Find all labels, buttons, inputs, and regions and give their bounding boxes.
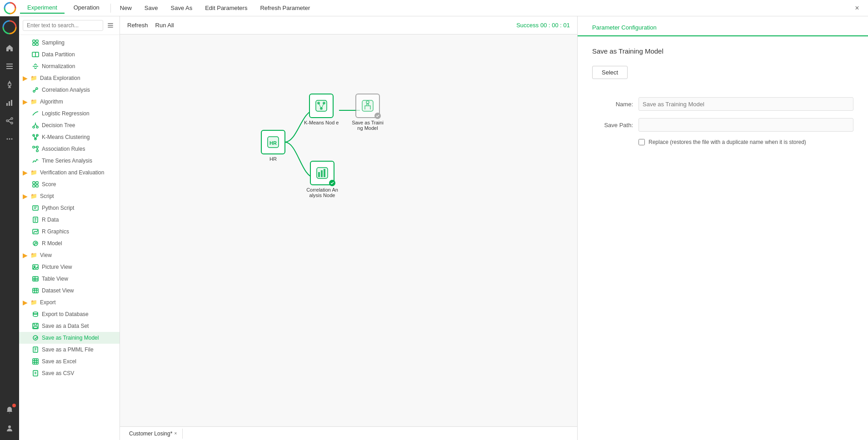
item-normalization[interactable]: Normalization <box>19 60 120 72</box>
item-r-data[interactable]: R Data <box>19 214 120 226</box>
svg-point-60 <box>34 266 35 267</box>
sidebar-icon-bell[interactable] <box>1 402 18 418</box>
sidebar-icon-tools[interactable] <box>1 76 18 93</box>
tab-experiment[interactable]: Experiment <box>20 2 65 14</box>
item-r-graphics[interactable]: R Graphics <box>19 226 120 237</box>
folder-verification[interactable]: ▶ 📁 Verification and Evaluation <box>19 167 120 178</box>
panel-tab-parameter-config[interactable]: Parameter Configuration <box>585 20 664 36</box>
item-time-series[interactable]: Time Series Analysis <box>19 155 120 167</box>
sidebar-icon-user[interactable] <box>1 420 18 436</box>
item-save-excel[interactable]: Save as Excel <box>19 356 120 367</box>
node-save-model-label: Save as Traini ng Model <box>349 120 386 131</box>
node-kmeans-box <box>309 94 334 118</box>
node-correlation[interactable]: Correlation An alysis Node <box>304 161 340 198</box>
item-table-view[interactable]: Table View <box>19 273 120 285</box>
folder-export[interactable]: ▶ 📁 Export <box>19 297 120 308</box>
item-save-csv[interactable]: Save as CSV <box>19 367 120 379</box>
name-row: Name: <box>592 97 853 111</box>
close-button[interactable]: × <box>850 1 864 15</box>
tab-operation[interactable]: Operation <box>66 2 107 14</box>
notification-dot <box>12 404 16 407</box>
folder-data-exploration[interactable]: ▶ 📁 Data Exploration <box>19 72 120 84</box>
panel-body: Save as Training Model Select Name: Save… <box>578 36 868 440</box>
node-save-model[interactable]: Save as Traini ng Model <box>349 94 386 131</box>
btn-refresh-param[interactable]: Refresh Parameter <box>254 3 315 13</box>
item-association-rules[interactable]: Association Rules <box>19 143 120 155</box>
item-save-training-model[interactable]: Save as Training Model <box>19 332 120 344</box>
sidebar-icon-list[interactable] <box>1 58 18 74</box>
item-save-dataset[interactable]: Save as a Data Set <box>19 320 120 332</box>
svg-rect-6 <box>6 103 8 106</box>
btn-run-all[interactable]: Run All <box>155 22 174 29</box>
sidebar-icon-home[interactable] <box>1 40 18 56</box>
svg-line-12 <box>8 119 11 120</box>
svg-rect-94 <box>318 172 320 177</box>
folder-algorithm[interactable]: ▶ 📁 Algorithm <box>19 96 120 108</box>
sidebar-icon-more[interactable] <box>1 131 18 147</box>
svg-rect-80 <box>33 371 38 376</box>
replace-row: Replace (restores the file with a duplic… <box>639 139 853 145</box>
folder-icon-verification: ▶ <box>23 169 28 176</box>
item-save-pmml[interactable]: Save as a PMML File <box>19 344 120 356</box>
svg-rect-72 <box>34 326 37 328</box>
canvas[interactable]: HR HR <box>120 35 577 426</box>
name-input[interactable] <box>639 97 853 111</box>
replace-checkbox[interactable] <box>639 139 645 145</box>
node-hr[interactable]: HR HR <box>261 130 285 162</box>
select-button[interactable]: Select <box>592 66 628 79</box>
folder-icon-exploration: ▶ <box>23 74 28 82</box>
btn-save[interactable]: Save <box>139 3 164 13</box>
save-path-row: Save Path: <box>592 118 853 132</box>
sidebar-icon-share[interactable] <box>1 113 18 129</box>
node-correlation-box <box>310 161 334 185</box>
canvas-toolbar: Refresh Run All Success 00 : 00 : 01 <box>120 16 577 35</box>
item-decision-tree[interactable]: Decision Tree <box>19 119 120 131</box>
svg-rect-41 <box>33 146 35 148</box>
svg-rect-8 <box>11 100 12 106</box>
item-r-model[interactable]: R Model <box>19 237 120 249</box>
item-logistic-regression[interactable]: Logistic Regression <box>19 108 120 119</box>
select-btn-wrapper: Select <box>592 66 853 88</box>
sidebar-icon-chart[interactable] <box>1 94 18 111</box>
svg-rect-7 <box>9 101 10 106</box>
item-sampling[interactable]: Sampling <box>19 37 120 49</box>
save-path-input[interactable] <box>639 118 853 132</box>
search-menu-icon[interactable] <box>105 20 116 31</box>
btn-edit-params[interactable]: Edit Parameters <box>200 3 253 13</box>
svg-point-69 <box>33 312 38 314</box>
folder-script[interactable]: ▶ 📁 Script <box>19 190 120 202</box>
btn-refresh[interactable]: Refresh <box>127 22 148 29</box>
svg-rect-23 <box>33 43 35 45</box>
folder-icon-verification-folder: 📁 <box>30 169 37 176</box>
item-kmeans-clustering[interactable]: K-Means Clustering <box>19 131 120 143</box>
item-score[interactable]: Score <box>19 178 120 190</box>
node-save-model-box <box>355 94 380 118</box>
svg-rect-24 <box>36 43 38 45</box>
item-python-script[interactable]: Python Script <box>19 202 120 214</box>
bottom-tab-customer-losing[interactable]: Customer Losing* × <box>124 429 183 439</box>
panel-title: Save as Training Model <box>592 47 853 55</box>
svg-rect-48 <box>33 185 35 187</box>
folder-view[interactable]: ▶ 📁 View <box>19 249 120 261</box>
btn-new[interactable]: New <box>115 3 137 13</box>
item-export-database[interactable]: Export to Database <box>19 308 120 320</box>
folder-icon-export-folder: 📁 <box>30 299 37 306</box>
svg-point-17 <box>8 425 11 428</box>
svg-rect-3 <box>6 66 13 67</box>
item-picture-view[interactable]: Picture View <box>19 261 120 273</box>
btn-save-as[interactable]: Save As <box>165 3 198 13</box>
bottom-tab-close[interactable]: × <box>174 431 177 436</box>
item-correlation-analysis[interactable]: Correlation Analysis <box>19 84 120 96</box>
replace-label: Replace (restores the file with a duplic… <box>649 139 806 145</box>
node-kmeans[interactable]: K-Means Nod e <box>304 94 339 125</box>
sidebar-logo <box>2 20 17 35</box>
item-dataset-view[interactable]: Dataset View <box>19 285 120 297</box>
svg-point-10 <box>6 120 8 122</box>
svg-rect-96 <box>324 169 325 177</box>
folder-icon-view-folder: 📁 <box>30 252 37 258</box>
svg-rect-49 <box>36 185 38 187</box>
item-data-partition[interactable]: Data Partition <box>19 49 120 60</box>
svg-rect-65 <box>33 288 38 293</box>
svg-point-14 <box>7 138 8 140</box>
search-input[interactable] <box>23 20 103 31</box>
